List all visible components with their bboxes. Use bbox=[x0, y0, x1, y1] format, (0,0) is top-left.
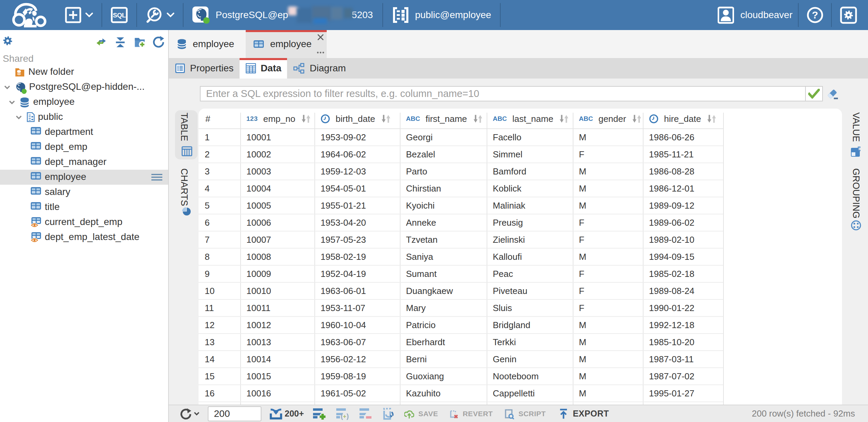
tree-item-new-folder[interactable]: New folder bbox=[0, 65, 168, 80]
refresh-results-button[interactable] bbox=[179, 408, 200, 420]
data-cell[interactable]: F bbox=[573, 214, 643, 231]
sort-arrows-icon[interactable] bbox=[473, 115, 483, 123]
save-button[interactable]: SAVE bbox=[404, 409, 438, 419]
duplicate-row-icon[interactable]: (+) bbox=[336, 407, 350, 420]
data-cell[interactable]: 1994-09-15 bbox=[643, 249, 723, 266]
data-cell[interactable]: 1954-05-01 bbox=[314, 180, 400, 197]
clear-filter-icon[interactable] bbox=[827, 89, 838, 99]
data-cell[interactable]: 1990-01-22 bbox=[643, 300, 723, 317]
sort-arrows-icon[interactable] bbox=[301, 115, 311, 123]
data-cell[interactable]: 1953-11-07 bbox=[314, 300, 400, 317]
tree-item-postgresql-ep-hidden-[interactable]: PostgreSQL@ep-hidden-... bbox=[0, 80, 168, 95]
data-cell[interactable]: Genin bbox=[487, 351, 573, 368]
data-cell[interactable]: 10004 bbox=[240, 180, 314, 197]
rownum-cell[interactable]: 16 bbox=[199, 385, 240, 402]
tree-item-employee[interactable]: employee bbox=[0, 170, 168, 185]
column-header-gender[interactable]: ABCgender bbox=[573, 109, 643, 129]
settings-button[interactable] bbox=[840, 6, 857, 24]
data-cell[interactable]: Chirstian bbox=[400, 180, 487, 197]
column-header-last_name[interactable]: ABClast_name bbox=[487, 109, 573, 129]
sql-filter-input[interactable] bbox=[200, 86, 805, 101]
refresh-document-icon[interactable] bbox=[381, 407, 395, 421]
view-tab-properties[interactable]: Properties bbox=[169, 58, 240, 79]
page-tab-employee[interactable]: employee bbox=[246, 30, 326, 58]
data-cell[interactable]: Kazuhito bbox=[400, 385, 487, 402]
data-cell[interactable]: M bbox=[573, 163, 643, 180]
data-cell[interactable]: Peac bbox=[487, 266, 573, 283]
rownum-cell[interactable]: 8 bbox=[199, 249, 240, 266]
data-cell[interactable]: Parto bbox=[400, 163, 487, 180]
rownum-cell[interactable]: 3 bbox=[199, 163, 240, 180]
rownum-cell[interactable]: 1 bbox=[199, 129, 240, 146]
chevron-down-icon[interactable] bbox=[3, 83, 12, 92]
data-cell[interactable]: M bbox=[573, 129, 643, 146]
tab-value[interactable]: VALUE bbox=[851, 112, 861, 142]
data-cell[interactable]: 1989-06-02 bbox=[643, 214, 723, 231]
data-cell[interactable]: 1959-08-19 bbox=[314, 368, 400, 385]
data-cell[interactable]: 10016 bbox=[240, 385, 314, 402]
data-cell[interactable]: Sumant bbox=[400, 266, 487, 283]
data-cell[interactable]: 1961-05-02 bbox=[314, 385, 400, 402]
data-cell[interactable]: Piveteau bbox=[487, 283, 573, 300]
data-cell[interactable]: F bbox=[573, 283, 643, 300]
data-cell[interactable]: Nooteboom bbox=[487, 368, 573, 385]
user-menu[interactable]: cloudbeaver bbox=[718, 6, 792, 24]
refresh-tree-icon[interactable] bbox=[151, 36, 165, 48]
data-cell[interactable]: 10009 bbox=[240, 266, 314, 283]
rownum-cell[interactable]: 9 bbox=[199, 266, 240, 283]
tree-item-dept-emp-latest-date[interactable]: dept_emp_latest_date bbox=[0, 230, 168, 245]
data-cell[interactable]: 1986-06-26 bbox=[643, 129, 723, 146]
tree-item-dept-manager[interactable]: dept_manager bbox=[0, 155, 168, 170]
data-cell[interactable]: Zielinski bbox=[487, 231, 573, 249]
data-cell[interactable]: 1995-01-27 bbox=[643, 385, 723, 402]
view-tab-data[interactable]: Data bbox=[240, 58, 287, 79]
data-cell[interactable]: 1985-02-18 bbox=[643, 266, 723, 283]
fetch-size-input[interactable] bbox=[208, 406, 261, 421]
chevron-down-icon[interactable] bbox=[14, 113, 23, 122]
data-cell[interactable]: 1953-09-02 bbox=[314, 129, 400, 146]
data-cell[interactable]: 10006 bbox=[240, 214, 314, 231]
rownum-cell[interactable]: 6 bbox=[199, 214, 240, 231]
data-cell[interactable]: M bbox=[573, 317, 643, 334]
data-cell[interactable]: 1960-10-04 bbox=[314, 317, 400, 334]
sort-arrows-icon[interactable] bbox=[381, 115, 391, 123]
close-tab-icon[interactable] bbox=[317, 34, 324, 41]
delete-row-icon[interactable] bbox=[359, 407, 372, 420]
data-cell[interactable]: 10001 bbox=[240, 129, 314, 146]
rownum-cell[interactable]: 14 bbox=[199, 351, 240, 368]
rownum-cell[interactable]: 13 bbox=[199, 334, 240, 351]
data-cell[interactable]: Duangkaew bbox=[400, 283, 487, 300]
data-cell[interactable]: 1963-06-01 bbox=[314, 283, 400, 300]
add-folder-icon[interactable] bbox=[134, 36, 146, 48]
data-cell[interactable]: 1963-06-07 bbox=[314, 334, 400, 351]
data-cell[interactable]: Preusig bbox=[487, 214, 573, 231]
data-cell[interactable]: 1987-03-11 bbox=[643, 351, 723, 368]
tree-item-department[interactable]: department bbox=[0, 125, 168, 140]
sidebar-settings-icon[interactable] bbox=[3, 36, 12, 45]
data-cell[interactable]: 1964-06-02 bbox=[314, 146, 400, 163]
data-cell[interactable]: 1989-02-10 bbox=[643, 231, 723, 249]
data-cell[interactable]: 10007 bbox=[240, 231, 314, 249]
data-cell[interactable]: Eberhardt bbox=[400, 334, 487, 351]
data-cell[interactable]: 1958-02-19 bbox=[314, 249, 400, 266]
data-cell[interactable]: M bbox=[573, 385, 643, 402]
data-cell[interactable]: 10010 bbox=[240, 283, 314, 300]
data-cell[interactable]: Terkki bbox=[487, 334, 573, 351]
data-cell[interactable]: Kyoichi bbox=[400, 197, 487, 214]
data-cell[interactable]: 1986-12-01 bbox=[643, 180, 723, 197]
rownum-cell[interactable]: 10 bbox=[199, 283, 240, 300]
sync-connection-icon[interactable] bbox=[96, 36, 106, 48]
data-cell[interactable]: 10002 bbox=[240, 146, 314, 163]
data-cell[interactable]: F bbox=[573, 231, 643, 249]
apply-filter-button[interactable] bbox=[805, 86, 823, 101]
data-cell[interactable]: 1985-10-20 bbox=[643, 334, 723, 351]
search-tools-button[interactable] bbox=[146, 6, 174, 24]
data-cell[interactable]: Maliniak bbox=[487, 197, 573, 214]
data-cell[interactable]: 1986-08-28 bbox=[643, 163, 723, 180]
tree-item-dept-emp[interactable]: dept_emp bbox=[0, 140, 168, 155]
schema-selector[interactable]: public@employee bbox=[393, 7, 491, 23]
rownum-cell[interactable]: 7 bbox=[199, 231, 240, 249]
data-cell[interactable]: 1956-02-12 bbox=[314, 351, 400, 368]
data-cell[interactable]: 1989-08-24 bbox=[643, 283, 723, 300]
data-cell[interactable]: F bbox=[573, 146, 643, 163]
